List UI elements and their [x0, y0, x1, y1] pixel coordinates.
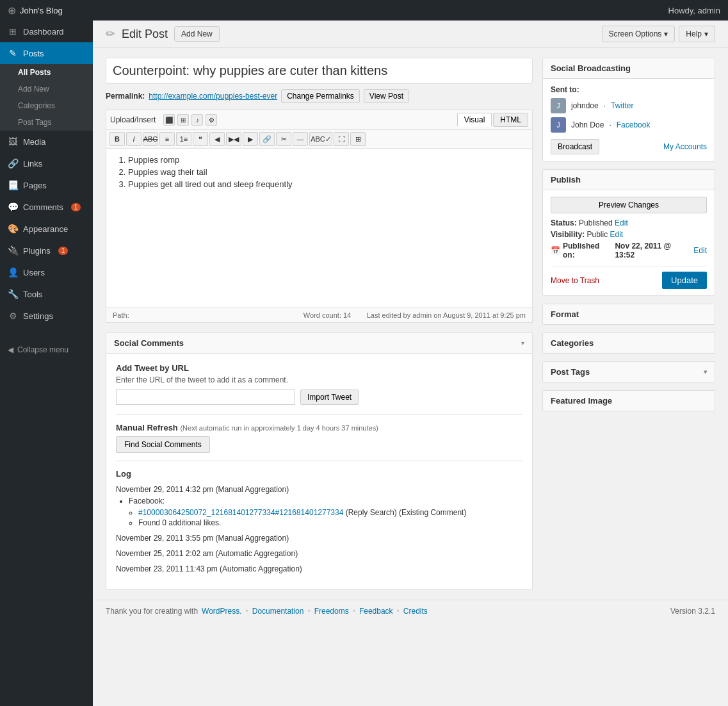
- insert-gallery-icon[interactable]: ⊞: [177, 114, 189, 126]
- status-edit-link[interactable]: Edit: [615, 218, 628, 227]
- wordpress-link[interactable]: WordPress.: [202, 607, 241, 616]
- kitchen-sink-button[interactable]: ⊞: [350, 132, 366, 146]
- insert-more-button[interactable]: —: [293, 132, 308, 146]
- post-tags-header[interactable]: Post Tags ▾: [543, 362, 715, 382]
- submenu-post-tags[interactable]: Post Tags: [0, 114, 93, 131]
- account-row-1: J johndoe · Twitter: [551, 98, 707, 113]
- log-facebook-link[interactable]: #100003064250072_121681401277334#1216814…: [138, 508, 343, 517]
- facebook-link[interactable]: Facebook: [617, 120, 651, 129]
- align-left-button[interactable]: ◀: [209, 132, 225, 146]
- log-entry-2: November 29, 2011 3:55 pm (Manual Aggreg…: [116, 534, 522, 543]
- strikethrough-button[interactable]: ABC: [143, 132, 158, 146]
- last-edited-text: Last edited by admin on August 9, 2011 a…: [367, 311, 526, 319]
- admin-bar: ⊕ John's Blog Howdy, admin: [0, 0, 728, 21]
- account-row-2: J John Doe · Facebook: [551, 117, 707, 133]
- insert-media-icon[interactable]: ⚙: [206, 114, 217, 126]
- preview-changes-button[interactable]: Preview Changes: [551, 197, 707, 213]
- sidebar-item-links[interactable]: 🔗 Links: [0, 152, 93, 174]
- sidebar-item-pages[interactable]: 📃 Pages: [0, 174, 93, 196]
- align-center-button[interactable]: ▶◀: [226, 132, 241, 146]
- log-facebook-details: #100003064250072_121681401277334#1216814…: [138, 508, 522, 527]
- sidebar-item-plugins[interactable]: 🔌 Plugins 1: [0, 240, 93, 261]
- sidebar-item-settings[interactable]: ⚙ Settings: [0, 305, 93, 327]
- my-accounts-link[interactable]: My Accounts: [663, 142, 707, 151]
- visibility-value: Public: [586, 230, 608, 239]
- tweet-url-input[interactable]: [116, 390, 295, 405]
- fullscreen-button[interactable]: ⛶: [334, 132, 349, 146]
- content-item-2: Puppies wag their tail: [128, 167, 526, 177]
- unordered-list-button[interactable]: ≡: [159, 132, 175, 146]
- toolbar-right: Visual HTML: [457, 113, 528, 127]
- post-title-input[interactable]: Counterpoint: why puppies are cuter than…: [106, 58, 533, 84]
- social-broadcasting-header[interactable]: Social Broadcasting: [543, 58, 715, 79]
- find-social-comments-button[interactable]: Find Social Comments: [116, 436, 210, 453]
- edit-post-icon: ✏: [106, 27, 115, 41]
- visual-tab[interactable]: Visual: [457, 113, 492, 127]
- manual-refresh-text: Manual Refresh (Next automatic run in ap…: [116, 423, 522, 432]
- footer-link-feedback[interactable]: Feedback: [359, 607, 393, 616]
- visibility-edit-link[interactable]: Edit: [610, 230, 624, 239]
- submenu-all-posts[interactable]: All Posts: [0, 64, 93, 81]
- sidebar-item-appearance[interactable]: 🎨 Appearance: [0, 218, 93, 240]
- footer-link-freedoms[interactable]: Freedoms: [314, 607, 349, 616]
- sidebar-item-posts[interactable]: ✎ Posts: [0, 42, 93, 64]
- add-new-button[interactable]: Add New: [174, 26, 220, 42]
- sidebar-item-users[interactable]: 👤 Users: [0, 261, 93, 283]
- screen-options-button[interactable]: Screen Options ▾: [602, 26, 675, 42]
- log-entry-1: November 29, 2011 4:32 pm (Manual Aggreg…: [116, 485, 522, 527]
- submenu-categories[interactable]: Categories: [0, 97, 93, 114]
- sidebar-item-media[interactable]: 🖼 Media: [0, 131, 93, 152]
- permalink-url[interactable]: http://example.com/puppies-best-ever: [149, 92, 277, 101]
- sidebar: ⊞ Dashboard ✎ Posts All Posts Add New Ca…: [0, 21, 93, 706]
- bold-button[interactable]: B: [109, 132, 125, 146]
- publish-header[interactable]: Publish: [543, 170, 715, 190]
- ordered-list-button[interactable]: 1≡: [176, 132, 191, 146]
- insert-audio-icon[interactable]: ♪: [191, 114, 203, 126]
- manual-refresh-label: Manual Refresh: [116, 423, 178, 432]
- publish-footer: Move to Trash Update: [551, 266, 707, 289]
- site-name[interactable]: ⊕ John's Blog: [8, 4, 63, 17]
- social-comments-header[interactable]: Social Comments ▾: [106, 333, 532, 354]
- twitter-link[interactable]: Twitter: [611, 101, 633, 110]
- italic-button[interactable]: I: [126, 132, 142, 146]
- log-date-1: November 29, 2011 4:32 pm (Manual Aggreg…: [116, 485, 289, 494]
- footer-link-credits[interactable]: Credits: [403, 607, 428, 616]
- featured-image-header[interactable]: Featured Image: [543, 391, 715, 411]
- media-icon: 🖼: [8, 136, 18, 147]
- sidebar-label-dashboard: Dashboard: [23, 27, 64, 37]
- unlink-button[interactable]: ✂: [276, 132, 291, 146]
- publish-body: Preview Changes Status: Published Edit V…: [543, 190, 715, 295]
- sidebar-item-tools[interactable]: 🔧 Tools: [0, 283, 93, 305]
- categories-header[interactable]: Categories: [543, 333, 715, 353]
- sidebar-item-comments[interactable]: 💬 Comments 1: [0, 196, 93, 218]
- footer-link-documentation[interactable]: Documentation: [252, 607, 304, 616]
- move-to-trash-link[interactable]: Move to Trash: [551, 276, 599, 285]
- submenu-add-new[interactable]: Add New: [0, 81, 93, 97]
- broadcast-button[interactable]: Broadcast: [551, 139, 599, 154]
- change-permalinks-button[interactable]: Change Permalinks: [281, 89, 360, 103]
- sidebar-label-plugins: Plugins: [23, 246, 51, 256]
- import-tweet-button[interactable]: Import Tweet: [300, 390, 359, 405]
- html-tab[interactable]: HTML: [493, 113, 528, 127]
- blockquote-button[interactable]: ❝: [193, 132, 208, 146]
- log-existing-comment: (Existing Comment): [399, 508, 466, 517]
- post-tags-box: Post Tags ▾: [542, 361, 715, 382]
- update-button[interactable]: Update: [662, 272, 707, 289]
- format-header[interactable]: Format: [543, 304, 715, 324]
- insert-link-button[interactable]: 🔗: [259, 132, 275, 146]
- upload-insert-toolbar: Upload/Insert ⬛ ⊞ ♪ ⚙ Visual HTML: [106, 110, 533, 129]
- view-post-button[interactable]: View Post: [364, 89, 409, 103]
- insert-image-icon[interactable]: ⬛: [163, 114, 175, 126]
- published-edit-link[interactable]: Edit: [693, 246, 707, 255]
- spellcheck-button[interactable]: ABC✓: [309, 132, 332, 146]
- word-count-value: 14: [343, 311, 351, 319]
- calendar-icon: 📅: [551, 246, 560, 255]
- help-button[interactable]: Help ▾: [679, 26, 715, 42]
- sidebar-item-dashboard[interactable]: ⊞ Dashboard: [0, 21, 93, 42]
- editor-column: Counterpoint: why puppies are cuter than…: [106, 58, 533, 590]
- collapse-menu[interactable]: ◀ Collapse menu: [0, 340, 93, 360]
- log-reply-search-text: (Reply Search): [346, 508, 397, 517]
- publish-status-row: Status: Published Edit: [551, 218, 707, 227]
- editor-content[interactable]: Puppies romp Puppies wag their tail Pupp…: [106, 148, 533, 308]
- align-right-button[interactable]: ▶: [243, 132, 258, 146]
